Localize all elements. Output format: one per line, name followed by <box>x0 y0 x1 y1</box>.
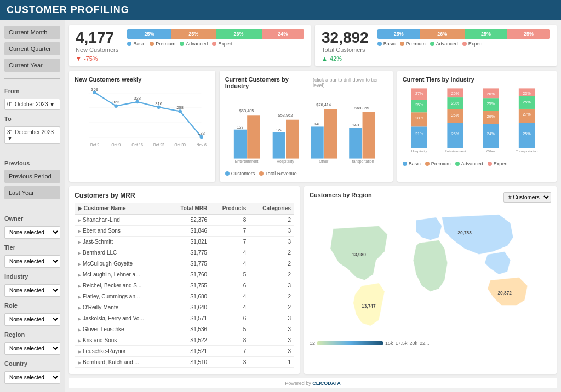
legend-premium: Premium <box>150 41 175 47</box>
map-dropdown[interactable]: # Customers <box>503 192 551 203</box>
total-premium-seg: 26% <box>420 29 465 39</box>
svg-text:25%: 25% <box>523 131 531 136</box>
main-content: 4,177 New Customers ▼ -75% 25% 25% 26% 2… <box>65 20 561 392</box>
customer-name-cell: ▶Glover-Leuschke <box>75 324 168 335</box>
tier-select[interactable]: None selected <box>4 255 60 268</box>
products-cell: 4 <box>210 258 249 269</box>
svg-point-9 <box>199 135 203 139</box>
table-row[interactable]: ▶Bernhard LLC $1,775 4 2 <box>75 247 294 258</box>
table-row[interactable]: ▶Flatley, Cummings an... $1,680 4 2 <box>75 291 294 302</box>
svg-text:Other: Other <box>486 149 495 153</box>
products-cell: 8 <box>210 335 249 346</box>
country-select[interactable]: None selected <box>4 371 60 384</box>
products-cell: 7 <box>210 226 249 237</box>
tiers-expert-legend: Expert <box>488 161 508 166</box>
total-customers-change: ▲ 42% <box>322 55 369 62</box>
customer-name-cell: ▶O'Reilly-Mante <box>75 302 168 313</box>
col-customer-name: ▶ Customer Name <box>75 203 168 215</box>
svg-text:359: 359 <box>91 87 98 92</box>
country-label: Country <box>4 360 60 367</box>
products-cell: 6 <box>210 280 249 291</box>
table-row[interactable]: ▶Jaskolski, Ferry and Vo... $1,571 6 3 <box>75 313 294 324</box>
svg-text:25%: 25% <box>486 101 495 106</box>
tiers-advanced-legend: Advanced <box>455 161 483 166</box>
svg-rect-23 <box>247 115 260 158</box>
products-cell: 6 <box>210 313 249 324</box>
tiers-basic-legend: Basic <box>403 161 421 166</box>
new-customers-kpi: 4,177 New Customers ▼ -75% 25% 25% 26% 2… <box>69 25 311 66</box>
table-row[interactable]: ▶Ebert and Sons $1,846 7 3 <box>75 226 294 237</box>
svg-rect-31 <box>324 109 336 159</box>
tiers-bar-chart[interactable]: 21% 28% 25% 27% 25% 25% 23% 25% <box>403 87 551 158</box>
table-row[interactable]: ▶Reichel, Becker and S... $1,755 6 3 <box>75 280 294 291</box>
legend-min: 12 <box>310 341 315 346</box>
table-row[interactable]: ▶Jast-Schmitt $1,821 7 3 <box>75 237 294 247</box>
categories-cell: 3 <box>249 226 294 237</box>
legend-expert: Expert <box>212 41 232 47</box>
svg-text:122: 122 <box>276 128 282 132</box>
mrr-table-title: Customers by MRR <box>75 192 294 199</box>
tiers-premium-legend: Premium <box>425 161 451 166</box>
products-cell: 8 <box>210 215 249 226</box>
svg-text:25%: 25% <box>415 102 423 107</box>
page-header: CUSTOMER PROFILING <box>0 0 561 20</box>
svg-point-7 <box>157 106 161 109</box>
current-quarter-btn[interactable]: Current Quarter <box>4 42 60 55</box>
table-row[interactable]: ▶Shanahan-Lind $2,376 8 2 <box>75 215 294 226</box>
legend-max: 22... <box>420 341 430 346</box>
svg-text:24%: 24% <box>486 131 495 136</box>
mrr-cell: $1,536 <box>168 324 210 335</box>
table-row[interactable]: ▶Kris and Sons $1,522 8 3 <box>75 335 294 346</box>
from-date-field[interactable]: 01 October 2023 ▼ <box>4 99 60 110</box>
svg-text:148: 148 <box>314 122 320 126</box>
customer-name-cell: ▶Kris and Sons <box>75 335 168 346</box>
tiers-legend: Basic Premium Advanced Expert <box>403 161 551 166</box>
products-cell: 4 <box>210 291 249 302</box>
mrr-cell: $1,821 <box>168 237 210 247</box>
svg-text:Oct 2: Oct 2 <box>90 143 99 147</box>
legend-20k: 20k <box>410 341 418 346</box>
owner-select[interactable]: None selected <box>4 226 60 239</box>
products-cell: 4 <box>210 302 249 313</box>
svg-text:27%: 27% <box>523 112 531 117</box>
mrr-cell: $2,376 <box>168 215 210 226</box>
svg-text:25%: 25% <box>451 131 459 136</box>
current-month-btn[interactable]: Current Month <box>4 26 60 39</box>
customer-name-cell: ▶Flatley, Cummings an... <box>75 291 168 302</box>
svg-rect-22 <box>234 130 247 159</box>
region-label: Region <box>4 331 60 338</box>
current-year-btn[interactable]: Current Year <box>4 59 60 72</box>
total-legend-basic: Basic <box>377 41 396 47</box>
role-select[interactable]: None selected <box>4 313 60 326</box>
total-customers-bar: 25% 26% 25% 25% <box>377 29 550 39</box>
svg-text:140: 140 <box>352 123 358 128</box>
svg-text:23%: 23% <box>523 91 531 96</box>
weekly-line-chart[interactable]: 359 323 338 316 298 133 Oct 2 Oct 9 Oct … <box>75 87 210 158</box>
industry-bar-chart[interactable]: $63,485 137 $53,962 122 $76,414 148 $69,… <box>225 97 387 168</box>
last-year-btn[interactable]: Last Year <box>4 186 60 199</box>
svg-text:316: 316 <box>155 101 162 106</box>
region-select[interactable]: None selected <box>4 342 60 355</box>
world-map-svg: 13,980 13,747 20,783 20,872 <box>310 206 551 337</box>
previous-label: Previous <box>4 160 60 166</box>
table-row[interactable]: ▶McLaughlin, Lehner a... $1,760 5 2 <box>75 269 294 280</box>
sidebar: Current Month Current Quarter Current Ye… <box>0 20 65 392</box>
svg-rect-35 <box>362 112 375 159</box>
up-arrow-icon: ▲ <box>322 55 328 62</box>
table-row[interactable]: ▶Bernhard, Kutch and ... $1,510 3 1 <box>75 357 294 368</box>
legend-gradient <box>317 341 383 345</box>
down-arrow-icon: ▼ <box>76 55 82 62</box>
table-row[interactable]: ▶Glover-Leuschke $1,536 5 3 <box>75 324 294 335</box>
mrr-cell: $1,760 <box>168 269 210 280</box>
to-label: To <box>4 116 60 122</box>
industry-select[interactable]: None selected <box>4 284 60 297</box>
svg-text:Oct 16: Oct 16 <box>131 143 143 147</box>
customer-name-cell: ▶Jaskolski, Ferry and Vo... <box>75 313 168 324</box>
table-row[interactable]: ▶McCullough-Goyette $1,775 4 2 <box>75 258 294 269</box>
table-row[interactable]: ▶O'Reilly-Mante $1,640 4 2 <box>75 302 294 313</box>
svg-text:$69,859: $69,859 <box>354 106 369 111</box>
previous-period-btn[interactable]: Previous Period <box>4 170 60 183</box>
to-date-field[interactable]: 31 December 2023 ▼ <box>4 126 60 144</box>
total-legend-advanced: Advanced <box>430 41 458 47</box>
table-row[interactable]: ▶Leuschke-Raynor $1,521 7 3 <box>75 346 294 357</box>
